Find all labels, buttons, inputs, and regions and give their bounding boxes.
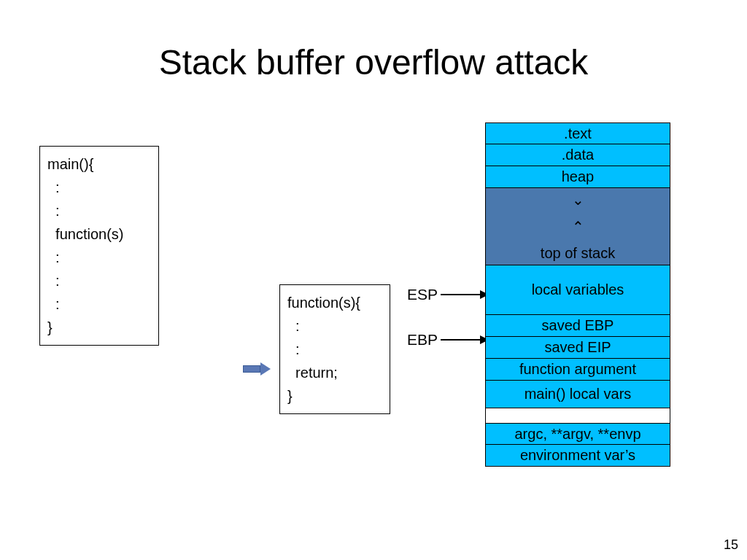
code-line: function(s) — [47, 222, 151, 246]
arrow-line-icon — [441, 294, 480, 295]
code-line: : — [47, 292, 151, 316]
arrow-line-icon — [441, 339, 480, 341]
code-line: return; — [287, 361, 382, 384]
segment-text: .text — [485, 122, 670, 144]
segment-function-argument: function argument — [485, 359, 670, 381]
segment-saved-eip: saved EIP — [485, 337, 670, 359]
grow-down-icon: ⌄ — [572, 192, 584, 207]
main-code-box: main(){ : : function(s) : : : } — [39, 146, 159, 346]
code-line: main(){ — [47, 152, 151, 176]
segment-blank — [485, 408, 670, 423]
code-line: : — [287, 338, 382, 361]
code-line: } — [287, 384, 382, 408]
ebp-label: EBP — [407, 331, 438, 349]
function-code-box: function(s){ : : return; } — [279, 284, 390, 414]
segment-environment-vars: environment var’s — [485, 445, 670, 467]
memory-layout: .text .data heap ⌄ ⌃ top of stack local … — [485, 122, 670, 467]
segment-heap: heap — [485, 166, 670, 188]
segment-gap: ⌄ ⌃ top of stack — [485, 188, 670, 265]
segment-argc-argv-envp: argc, **argv, **envp — [485, 423, 670, 445]
esp-label: ESP — [407, 286, 438, 303]
esp-pointer: ESP — [407, 286, 489, 303]
ebp-pointer: EBP — [407, 331, 489, 349]
code-line: : — [47, 269, 151, 292]
segment-main-locals: main() local vars — [485, 381, 670, 408]
code-line: : — [47, 246, 151, 269]
code-line: : — [47, 199, 151, 222]
segment-local-variables: local variables — [485, 265, 670, 315]
code-line: function(s){ — [287, 291, 382, 314]
page-number: 15 — [724, 537, 738, 553]
code-line: } — [47, 316, 151, 339]
code-line: : — [47, 176, 151, 199]
top-of-stack-label: top of stack — [541, 246, 615, 260]
slide-title: Stack buffer overflow attack — [0, 42, 747, 82]
segment-data: .data — [485, 144, 670, 166]
code-line: : — [287, 314, 382, 338]
grow-up-icon: ⌃ — [572, 219, 584, 234]
current-line-arrow-icon — [243, 362, 271, 376]
segment-saved-ebp: saved EBP — [485, 315, 670, 337]
